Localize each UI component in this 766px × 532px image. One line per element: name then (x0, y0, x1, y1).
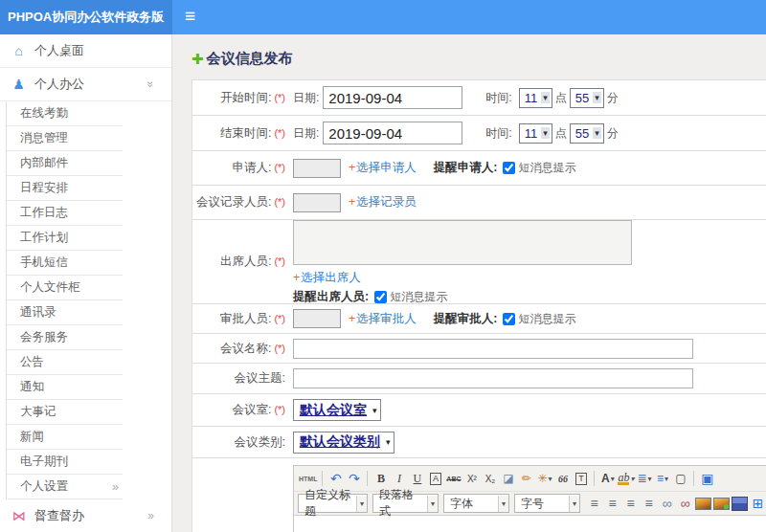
sidebar-item-memorabilia[interactable]: 大事记 (7, 400, 123, 425)
approver-sms-checkbox[interactable] (503, 313, 515, 325)
quick-format-icon[interactable]: ✳ ▾ (536, 470, 552, 488)
meeting-name-input[interactable] (293, 339, 693, 359)
toolbar-divider (322, 471, 323, 486)
sidebar-item-meeting-service[interactable]: 会务服务 (7, 325, 123, 350)
select-attendees-link[interactable]: +选择出席人 (293, 270, 361, 286)
sidebar-item-message-management[interactable]: 消息管理 (7, 126, 123, 151)
start-hour-select[interactable]: 11▾ (519, 88, 552, 108)
time-label: 时间: (485, 125, 511, 142)
required-mark: (*) (274, 404, 285, 415)
sidebar-subitem-label: 消息管理 (20, 130, 68, 146)
net-image-icon[interactable] (713, 498, 730, 510)
approver-row: 审批人员:(*) +选择审批人 提醒审批人: 短消息提示 (192, 304, 766, 334)
new-page-icon[interactable]: ▢ (672, 470, 688, 488)
subscript-icon[interactable]: X₂ (482, 470, 498, 488)
chevron-down-icon: ▾ (548, 475, 552, 483)
italic-icon[interactable]: I (391, 470, 407, 488)
font-color-icon[interactable]: A ▾ (599, 470, 616, 488)
strikethrough-icon[interactable]: ABC (445, 470, 462, 488)
table-icon[interactable]: ⊞ (750, 495, 766, 513)
required-mark: (*) (274, 255, 285, 267)
applicant-sms-checkbox[interactable] (503, 162, 515, 174)
bold-icon[interactable]: B (372, 470, 389, 488)
chevron-down-icon: ▾ (541, 92, 550, 103)
sidebar-item-internal-mail[interactable]: 内部邮件 (7, 151, 123, 176)
recorder-input[interactable] (293, 193, 341, 212)
sidebar-subitem-label: 新闻 (20, 429, 44, 445)
chevron-right-icon: » (147, 509, 154, 522)
ordered-list-icon[interactable]: ≣ ▾ (636, 470, 652, 488)
image-icon[interactable] (695, 498, 711, 510)
required-mark: (*) (274, 343, 285, 354)
align-right-icon[interactable]: ≡ (622, 495, 639, 513)
sidebar-item-label: 个人桌面 (34, 42, 84, 59)
attendees-textarea[interactable] (293, 220, 632, 265)
end-minute-select[interactable]: 55▾ (570, 123, 604, 144)
sidebar-item-personal-files[interactable]: 个人文件柜 (7, 276, 123, 300)
meeting-room-select[interactable]: 默认会议室▾ (293, 399, 381, 421)
sidebar-item-personal-settings[interactable]: 个人设置 » (7, 475, 123, 499)
remind-approver-label: 提醒审批人: (434, 311, 498, 327)
link-icon[interactable]: ∞ (659, 495, 675, 513)
toolbar-divider (594, 471, 595, 486)
remind-applicant-label: 提醒申请人: (434, 160, 498, 176)
approver-input[interactable] (293, 309, 341, 328)
font-family-select[interactable]: 字体 ▾ (443, 494, 509, 513)
sidebar-item-sms[interactable]: 手机短信 (7, 251, 123, 276)
editor-content-area[interactable] (294, 516, 766, 532)
underline-icon[interactable]: U (409, 470, 425, 488)
end-date-input[interactable] (323, 122, 462, 144)
font-border-icon[interactable]: A (427, 470, 443, 488)
sidebar-item-personal-desktop[interactable]: ⌂ 个人桌面 (0, 34, 171, 68)
paragraph-format-select[interactable]: 段落格式 ▾ (372, 494, 439, 513)
sidebar-subitem-label: 大事记 (20, 404, 56, 420)
paste-icon[interactable]: T (573, 470, 589, 488)
sidebar-item-work-plan[interactable]: 工作计划 (7, 226, 123, 251)
unordered-list-icon[interactable]: ≡ ▾ (654, 470, 670, 488)
sidebar-item-work-log[interactable]: 工作日志 (7, 201, 123, 226)
font-size-select[interactable]: 字号 ▾ (514, 494, 580, 513)
blockquote-icon[interactable]: 66 (554, 470, 571, 488)
meeting-topic-row: 会议主题: (192, 364, 766, 394)
format-brush-icon[interactable]: ✏ (518, 470, 534, 488)
sidebar-item-schedule[interactable]: 日程安排 (7, 176, 123, 201)
align-center-icon[interactable]: ≡ (604, 495, 620, 513)
source-icon[interactable]: HTML (299, 470, 317, 488)
applicant-input[interactable] (293, 159, 341, 178)
media-icon[interactable] (732, 497, 748, 511)
attendees-sms-checkbox[interactable] (374, 291, 387, 303)
highlight-icon[interactable]: ab ▾ (618, 470, 634, 488)
sidebar-subitem-label: 工作日志 (20, 205, 68, 221)
unlink-icon[interactable]: ∞ (677, 495, 693, 513)
sidebar-item-news[interactable]: 新闻 (7, 425, 123, 450)
sidebar-item-personal-office[interactable]: ♟ 个人办公 » (0, 68, 171, 101)
meeting-name-label: 会议名称: (220, 342, 271, 355)
end-hour-select[interactable]: 11▾ (519, 123, 552, 144)
align-justify-icon[interactable]: ≡ (641, 495, 657, 513)
sidebar-item-e-journal[interactable]: 电子期刊 (7, 450, 123, 475)
select-applicant-link[interactable]: +选择申请人 (349, 160, 417, 176)
hamburger-menu-icon[interactable]: ≡ (172, 0, 195, 34)
undo-icon[interactable]: ↶ (327, 470, 344, 488)
recorder-label: 会议记录人员: (196, 195, 271, 209)
start-minute-select[interactable]: 55▾ (570, 88, 604, 108)
sidebar-item-online-attendance[interactable]: 在线考勤 (7, 101, 123, 126)
sidebar-item-contacts[interactable]: 通讯录 (7, 300, 123, 325)
select-recorder-link[interactable]: +选择记录员 (349, 194, 417, 211)
sidebar-subitem-label: 手机短信 (20, 255, 68, 271)
meeting-type-select[interactable]: 默认会议类别▾ (293, 432, 394, 454)
start-date-input[interactable] (323, 86, 462, 109)
time-label: 时间: (485, 90, 511, 106)
custom-title-select[interactable]: 自定义标题 ▾ (298, 494, 368, 513)
sidebar-item-announcement[interactable]: 公告 (7, 350, 123, 375)
person-icon: ♟ (11, 77, 26, 92)
sidebar-item-notice[interactable]: 通知 (7, 375, 123, 400)
fullscreen-icon[interactable]: ▣ (699, 470, 715, 488)
align-left-icon[interactable]: ≡ (586, 495, 602, 513)
meeting-topic-input[interactable] (293, 368, 693, 388)
superscript-icon[interactable]: X² (463, 470, 480, 488)
eraser-icon[interactable]: ◪ (500, 470, 516, 488)
redo-icon[interactable]: ↷ (346, 470, 362, 488)
sidebar-item-supervision[interactable]: ⋈ 督查督办 » (0, 499, 171, 532)
select-approver-link[interactable]: +选择审批人 (349, 311, 417, 327)
